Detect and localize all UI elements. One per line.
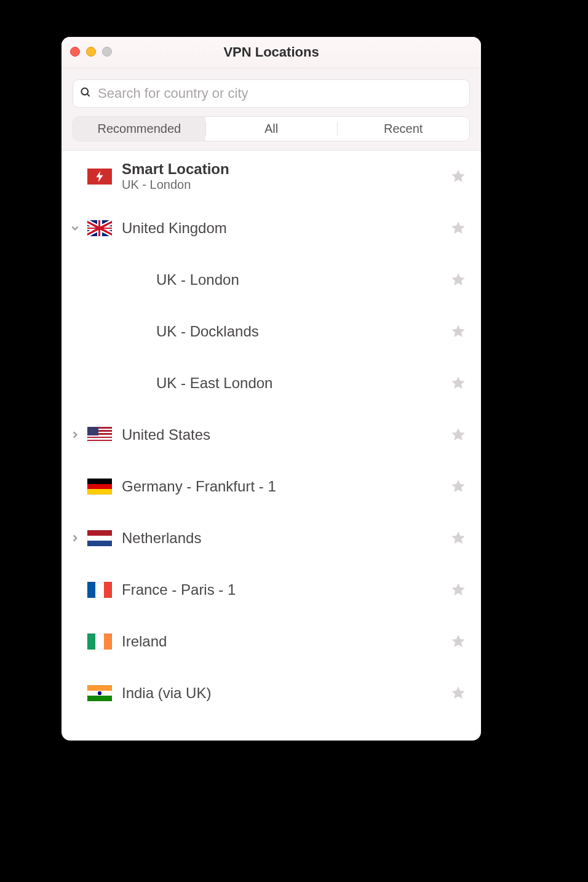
flag-icon	[87, 427, 112, 443]
tab-recommended[interactable]: Recommended	[73, 117, 205, 141]
chevron-right-icon[interactable]	[66, 431, 84, 439]
favorite-star-icon[interactable]	[450, 634, 466, 650]
location-list[interactable]: Smart Location UK - London United Kingdo…	[62, 151, 481, 741]
favorite-star-icon[interactable]	[450, 375, 466, 391]
location-name: India (via UK)	[122, 685, 450, 702]
location-name: UK - London	[156, 271, 450, 288]
search-field[interactable]	[73, 79, 470, 108]
location-name: France - Paris - 1	[122, 581, 450, 598]
smart-location-icon	[87, 169, 112, 185]
svg-line-1	[87, 94, 90, 97]
favorite-star-icon[interactable]	[450, 582, 466, 598]
flag-icon	[87, 530, 112, 546]
location-row[interactable]: India (via UK)	[62, 667, 481, 719]
favorite-star-icon[interactable]	[450, 169, 466, 185]
location-name: Germany - Frankfurt - 1	[122, 478, 450, 495]
location-name: United States	[122, 426, 450, 443]
location-subrow[interactable]: UK - Docklands	[62, 306, 481, 357]
zoom-window-button[interactable]	[102, 47, 112, 57]
location-name: Netherlands	[122, 530, 450, 547]
svg-point-0	[81, 88, 88, 95]
favorite-star-icon[interactable]	[450, 220, 466, 236]
location-row[interactable]: France - Paris - 1	[62, 564, 481, 616]
smart-location-row[interactable]: Smart Location UK - London	[62, 151, 481, 202]
location-subrow[interactable]: UK - London	[62, 254, 481, 306]
search-icon	[79, 86, 92, 101]
chevron-down-icon[interactable]	[66, 224, 84, 232]
favorite-star-icon[interactable]	[450, 530, 466, 546]
tab-recent[interactable]: Recent	[337, 117, 469, 141]
favorite-star-icon[interactable]	[450, 324, 466, 340]
location-row[interactable]: Netherlands	[62, 512, 481, 564]
window-controls	[70, 47, 112, 57]
favorite-star-icon[interactable]	[450, 427, 466, 443]
flag-icon	[87, 685, 112, 701]
location-name: UK - East London	[156, 375, 450, 392]
location-name: UK - Docklands	[156, 323, 450, 340]
titlebar: VPN Locations	[62, 37, 481, 68]
location-name: United Kingdom	[122, 220, 450, 237]
location-row[interactable]: United States	[62, 409, 481, 461]
window-title: VPN Locations	[62, 44, 481, 60]
location-row[interactable]: Ireland	[62, 616, 481, 667]
chevron-right-icon[interactable]	[66, 534, 84, 542]
location-row[interactable]: United Kingdom	[62, 202, 481, 254]
vpn-locations-window: VPN Locations Recommended All Recent	[62, 37, 481, 741]
location-row[interactable]: Germany - Frankfurt - 1	[62, 461, 481, 512]
close-window-button[interactable]	[70, 47, 80, 57]
location-name: Ireland	[122, 633, 450, 650]
favorite-star-icon[interactable]	[450, 272, 466, 288]
smart-location-title: Smart Location	[122, 161, 450, 177]
flag-icon	[87, 582, 112, 598]
flag-icon	[87, 220, 112, 236]
flag-icon	[87, 479, 112, 495]
svg-marker-2	[96, 171, 103, 182]
flag-icon	[87, 634, 112, 650]
favorite-star-icon[interactable]	[450, 685, 466, 701]
tabs: Recommended All Recent	[73, 116, 470, 141]
favorite-star-icon[interactable]	[450, 479, 466, 495]
search-input[interactable]	[97, 85, 463, 102]
minimize-window-button[interactable]	[86, 47, 96, 57]
smart-location-subtitle: UK - London	[122, 178, 450, 192]
location-subrow[interactable]: UK - East London	[62, 357, 481, 409]
toolbar: Recommended All Recent	[62, 68, 481, 151]
tab-all[interactable]: All	[205, 117, 338, 141]
